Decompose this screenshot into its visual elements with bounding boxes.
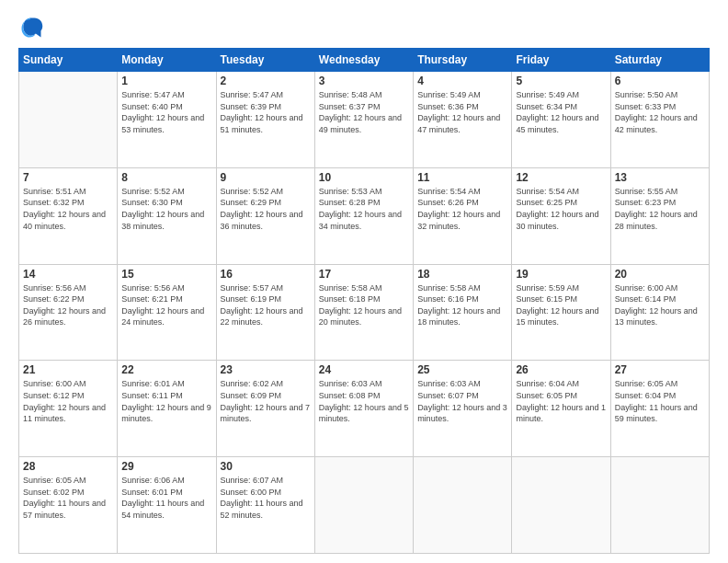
day-number: 15	[121, 268, 211, 281]
day-number: 2	[221, 75, 311, 87]
calendar-cell: 18Sunrise: 5:58 AMSunset: 6:16 PMDayligh…	[414, 264, 512, 361]
day-number: 11	[417, 171, 507, 184]
calendar-cell: 22Sunrise: 6:01 AMSunset: 6:11 PMDayligh…	[118, 361, 216, 457]
calendar-cell: 7Sunrise: 5:51 AMSunset: 6:32 PMDaylight…	[19, 167, 118, 264]
calendar-cell: 21Sunrise: 6:00 AMSunset: 6:12 PMDayligh…	[19, 361, 118, 457]
day-info: Sunrise: 5:58 AMSunset: 6:18 PMDaylight:…	[319, 282, 409, 328]
day-info: Sunrise: 6:05 AMSunset: 6:02 PMDaylight:…	[23, 475, 113, 521]
day-number: 1	[121, 75, 211, 87]
day-number: 16	[221, 268, 311, 281]
calendar-cell: 16Sunrise: 5:57 AMSunset: 6:19 PMDayligh…	[216, 264, 314, 361]
day-number: 19	[516, 268, 606, 281]
day-number: 26	[516, 363, 606, 376]
calendar-cell: 10Sunrise: 5:53 AMSunset: 6:28 PMDayligh…	[314, 167, 413, 264]
calendar-cell	[512, 457, 610, 554]
day-info: Sunrise: 6:01 AMSunset: 6:11 PMDaylight:…	[121, 378, 211, 424]
day-info: Sunrise: 6:02 AMSunset: 6:09 PMDaylight:…	[221, 378, 311, 424]
day-number: 23	[221, 363, 311, 376]
calendar-cell: 5Sunrise: 5:49 AMSunset: 6:34 PMDaylight…	[512, 72, 610, 168]
day-number: 25	[417, 363, 507, 376]
calendar-cell	[314, 457, 413, 554]
day-number: 28	[23, 460, 113, 473]
day-number: 12	[516, 171, 606, 184]
calendar-cell: 20Sunrise: 6:00 AMSunset: 6:14 PMDayligh…	[610, 264, 709, 361]
day-header-monday: Monday	[118, 49, 216, 72]
day-info: Sunrise: 5:58 AMSunset: 6:16 PMDaylight:…	[417, 282, 507, 328]
week-row-4: 21Sunrise: 6:00 AMSunset: 6:12 PMDayligh…	[19, 361, 710, 457]
day-number: 30	[221, 460, 311, 473]
day-header-saturday: Saturday	[610, 49, 709, 72]
day-number: 10	[319, 171, 409, 184]
calendar-cell: 14Sunrise: 5:56 AMSunset: 6:22 PMDayligh…	[19, 264, 118, 361]
day-info: Sunrise: 5:54 AMSunset: 6:26 PMDaylight:…	[417, 186, 507, 232]
calendar-cell: 4Sunrise: 5:49 AMSunset: 6:36 PMDaylight…	[414, 72, 512, 168]
calendar-cell: 23Sunrise: 6:02 AMSunset: 6:09 PMDayligh…	[216, 361, 314, 457]
day-number: 8	[121, 171, 211, 184]
calendar-cell: 15Sunrise: 5:56 AMSunset: 6:21 PMDayligh…	[118, 264, 216, 361]
calendar-cell: 1Sunrise: 5:47 AMSunset: 6:40 PMDaylight…	[118, 72, 216, 168]
day-number: 17	[319, 268, 409, 281]
calendar-cell	[610, 457, 709, 554]
day-header-friday: Friday	[512, 49, 610, 72]
calendar-cell: 13Sunrise: 5:55 AMSunset: 6:23 PMDayligh…	[610, 167, 709, 264]
header	[18, 15, 710, 40]
calendar-cell	[19, 72, 118, 168]
calendar-cell: 30Sunrise: 6:07 AMSunset: 6:00 PMDayligh…	[216, 457, 314, 554]
day-number: 24	[319, 363, 409, 376]
day-info: Sunrise: 5:57 AMSunset: 6:19 PMDaylight:…	[221, 282, 311, 328]
day-number: 29	[121, 460, 211, 473]
day-info: Sunrise: 6:05 AMSunset: 6:04 PMDaylight:…	[615, 378, 705, 424]
logo	[18, 15, 48, 40]
calendar-cell: 6Sunrise: 5:50 AMSunset: 6:33 PMDaylight…	[610, 72, 709, 168]
day-info: Sunrise: 6:04 AMSunset: 6:05 PMDaylight:…	[516, 378, 606, 424]
day-info: Sunrise: 5:52 AMSunset: 6:29 PMDaylight:…	[221, 186, 311, 232]
calendar-header-row: SundayMondayTuesdayWednesdayThursdayFrid…	[19, 49, 710, 72]
day-number: 7	[23, 171, 113, 184]
day-number: 3	[319, 75, 409, 87]
day-number: 14	[23, 268, 113, 281]
calendar-cell: 19Sunrise: 5:59 AMSunset: 6:15 PMDayligh…	[512, 264, 610, 361]
day-number: 20	[615, 268, 705, 281]
day-info: Sunrise: 5:55 AMSunset: 6:23 PMDaylight:…	[615, 186, 705, 232]
day-header-wednesday: Wednesday	[314, 49, 413, 72]
day-info: Sunrise: 6:00 AMSunset: 6:14 PMDaylight:…	[615, 282, 705, 328]
calendar-cell: 28Sunrise: 6:05 AMSunset: 6:02 PMDayligh…	[19, 457, 118, 554]
calendar-cell: 27Sunrise: 6:05 AMSunset: 6:04 PMDayligh…	[610, 361, 709, 457]
calendar-cell	[414, 457, 512, 554]
day-info: Sunrise: 6:03 AMSunset: 6:08 PMDaylight:…	[319, 378, 409, 424]
calendar-cell: 2Sunrise: 5:47 AMSunset: 6:39 PMDaylight…	[216, 72, 314, 168]
day-info: Sunrise: 5:56 AMSunset: 6:21 PMDaylight:…	[121, 282, 211, 328]
calendar-cell: 26Sunrise: 6:04 AMSunset: 6:05 PMDayligh…	[512, 361, 610, 457]
calendar-cell: 8Sunrise: 5:52 AMSunset: 6:30 PMDaylight…	[118, 167, 216, 264]
week-row-1: 1Sunrise: 5:47 AMSunset: 6:40 PMDaylight…	[19, 72, 710, 168]
day-info: Sunrise: 6:00 AMSunset: 6:12 PMDaylight:…	[23, 378, 113, 424]
calendar-cell: 24Sunrise: 6:03 AMSunset: 6:08 PMDayligh…	[314, 361, 413, 457]
day-info: Sunrise: 5:54 AMSunset: 6:25 PMDaylight:…	[516, 186, 606, 232]
day-info: Sunrise: 5:50 AMSunset: 6:33 PMDaylight:…	[615, 89, 705, 135]
day-info: Sunrise: 5:49 AMSunset: 6:36 PMDaylight:…	[417, 89, 507, 135]
day-number: 6	[615, 75, 705, 87]
calendar-cell: 29Sunrise: 6:06 AMSunset: 6:01 PMDayligh…	[118, 457, 216, 554]
day-info: Sunrise: 5:47 AMSunset: 6:40 PMDaylight:…	[121, 89, 211, 135]
day-info: Sunrise: 6:07 AMSunset: 6:00 PMDaylight:…	[221, 475, 311, 521]
day-info: Sunrise: 6:06 AMSunset: 6:01 PMDaylight:…	[121, 475, 211, 521]
calendar-cell: 11Sunrise: 5:54 AMSunset: 6:26 PMDayligh…	[414, 167, 512, 264]
day-info: Sunrise: 5:53 AMSunset: 6:28 PMDaylight:…	[319, 186, 409, 232]
day-info: Sunrise: 5:49 AMSunset: 6:34 PMDaylight:…	[516, 89, 606, 135]
calendar-cell: 17Sunrise: 5:58 AMSunset: 6:18 PMDayligh…	[314, 264, 413, 361]
day-info: Sunrise: 5:48 AMSunset: 6:37 PMDaylight:…	[319, 89, 409, 135]
day-header-tuesday: Tuesday	[216, 49, 314, 72]
day-number: 4	[417, 75, 507, 87]
calendar-cell: 9Sunrise: 5:52 AMSunset: 6:29 PMDaylight…	[216, 167, 314, 264]
calendar-cell: 12Sunrise: 5:54 AMSunset: 6:25 PMDayligh…	[512, 167, 610, 264]
day-number: 27	[615, 363, 705, 376]
day-info: Sunrise: 6:03 AMSunset: 6:07 PMDaylight:…	[417, 378, 507, 424]
day-number: 21	[23, 363, 113, 376]
day-info: Sunrise: 5:52 AMSunset: 6:30 PMDaylight:…	[121, 186, 211, 232]
week-row-3: 14Sunrise: 5:56 AMSunset: 6:22 PMDayligh…	[19, 264, 710, 361]
calendar-table: SundayMondayTuesdayWednesdayThursdayFrid…	[18, 48, 710, 554]
week-row-5: 28Sunrise: 6:05 AMSunset: 6:02 PMDayligh…	[19, 457, 710, 554]
day-info: Sunrise: 5:56 AMSunset: 6:22 PMDaylight:…	[23, 282, 113, 328]
day-number: 5	[516, 75, 606, 87]
logo-icon	[18, 15, 44, 40]
